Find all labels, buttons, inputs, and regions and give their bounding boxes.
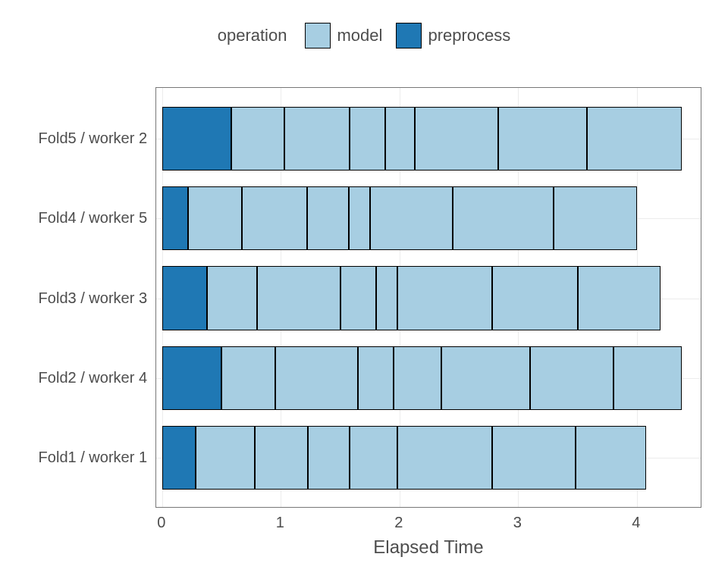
x-axis-title: Elapsed Time [155,537,701,558]
segment-model [587,107,682,171]
segment-model [397,266,492,330]
segment-model [196,426,255,490]
x-tick-label: 4 [632,514,640,531]
segment-model [221,346,275,410]
x-tick-label: 3 [513,514,522,531]
segment-model [498,107,587,171]
legend-title: operation [218,26,287,45]
segment-model [441,346,530,410]
segment-model [370,186,453,250]
x-tick-label: 0 [157,514,165,531]
segment-model [394,346,441,410]
segment-model [376,266,397,330]
segment-model [350,426,397,490]
y-tick-label: Fold3 / worker 3 [3,289,147,306]
legend: operation model preprocess [0,23,728,48]
x-tick-label: 1 [276,514,284,531]
segment-model [207,266,257,330]
legend-swatch-preprocess [396,23,422,48]
segment-preprocess [162,186,188,250]
segment-model [275,346,359,410]
segment-model [308,426,350,490]
segment-model [453,186,554,250]
legend-label: model [337,26,382,45]
chart-container: operation model preprocess Fold5 / worke… [0,0,728,582]
segment-preprocess [162,346,221,410]
segment-model [358,346,394,410]
segment-preprocess [162,266,207,330]
segment-model [349,186,370,250]
y-tick-label: Fold5 / worker 2 [3,129,147,146]
legend-item: preprocess [396,23,510,48]
segment-preprocess [162,426,196,490]
segment-model [492,426,576,490]
legend-swatch-model [305,23,331,48]
segment-model [530,346,613,410]
segment-model [613,346,682,410]
segment-preprocess [162,107,231,171]
segment-model [242,186,307,250]
y-tick-label: Fold2 / worker 4 [3,368,147,386]
segment-model [257,266,340,330]
y-tick-label: Fold1 / worker 1 [3,449,147,466]
segment-model [255,426,308,490]
segment-model [492,266,578,330]
legend-label: preprocess [428,26,510,45]
segment-model [284,107,350,171]
segment-model [385,107,415,171]
segment-model [578,266,661,330]
y-tick-label: Fold4 / worker 5 [3,209,147,227]
segment-model [188,186,241,250]
segment-model [397,426,492,490]
segment-model [415,107,498,171]
segment-model [576,426,647,490]
segment-model [231,107,284,171]
segment-model [554,186,637,250]
segment-model [350,107,385,171]
legend-item: model [305,23,382,48]
plot-panel [155,87,701,508]
segment-model [307,186,349,250]
x-tick-label: 2 [394,514,403,531]
segment-model [340,266,376,330]
